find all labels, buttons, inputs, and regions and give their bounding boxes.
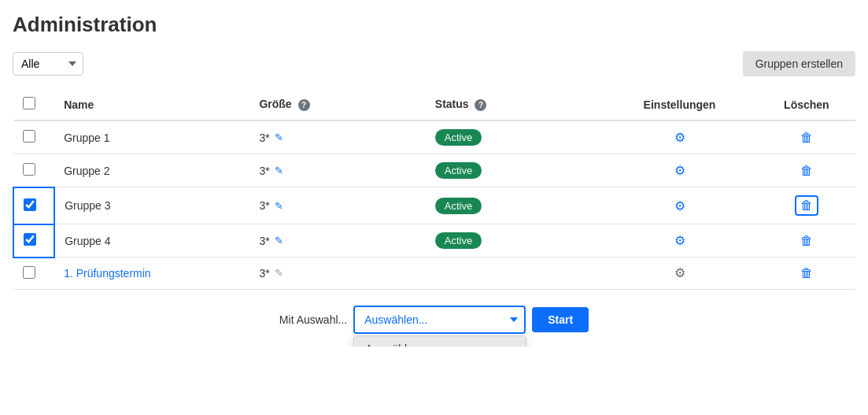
dropdown-item-select[interactable]: Auswählen... <box>354 336 526 346</box>
footer-action-bar: Mit Auswahl... Auswählen... Aktivieren D… <box>13 306 855 334</box>
row-size-3: 3* <box>259 199 269 212</box>
pencil-icon-5[interactable]: ✎ <box>275 267 283 279</box>
page-title: Administration <box>13 13 855 37</box>
pencil-icon-2[interactable]: ✎ <box>275 165 283 176</box>
row-size-5: 3* <box>259 267 269 280</box>
gear-icon-3[interactable]: ⚙ <box>674 199 685 213</box>
trash-icon-1[interactable]: 🗑 <box>800 131 813 144</box>
status-badge-2: Active <box>435 162 482 179</box>
header-delete: Löschen <box>758 89 855 120</box>
pencil-icon-3[interactable]: ✎ <box>275 200 283 212</box>
start-button[interactable]: Start <box>532 307 589 332</box>
row-name-3: Gruppe 3 <box>65 199 110 212</box>
row-checkbox-2[interactable] <box>23 163 35 176</box>
select-all-checkbox[interactable] <box>23 97 35 109</box>
footer-label: Mit Auswahl... <box>279 313 347 326</box>
action-select[interactable]: Auswählen... Aktivieren Deaktivieren Lös… <box>353 306 526 334</box>
gear-icon-5[interactable]: ⚙ <box>674 266 685 280</box>
header-name: Name <box>54 89 249 120</box>
row-checkbox-1[interactable] <box>23 130 35 143</box>
table-body: Gruppe 13*✎Active⚙🗑Gruppe 23*✎Active⚙🗑Gr… <box>13 120 855 289</box>
row-name-link-5[interactable]: 1. Prüfungstermin <box>64 267 151 280</box>
row-checkbox-5[interactable] <box>23 266 35 279</box>
header-size: Größe ? <box>249 89 425 120</box>
header-status: Status ? <box>426 89 601 120</box>
table-row: Gruppe 13*✎Active⚙🗑 <box>13 120 855 154</box>
dropdown-menu: Auswählen... Aktivieren Deaktivieren Lös… <box>353 335 526 346</box>
gear-icon-1[interactable]: ⚙ <box>674 131 685 144</box>
row-name-1: Gruppe 1 <box>64 132 109 144</box>
action-select-wrapper: Auswählen... Aktivieren Deaktivieren Lös… <box>353 306 526 334</box>
table-row: Gruppe 43*✎Active⚙🗑 <box>13 224 855 258</box>
row-size-1: 3* <box>259 132 269 144</box>
groups-table: Name Größe ? Status ? Einstellungen Lösc… <box>13 89 855 290</box>
pencil-icon-1[interactable]: ✎ <box>275 132 283 143</box>
gear-icon-4[interactable]: ⚙ <box>674 234 685 247</box>
trash-icon-3[interactable]: 🗑 <box>795 195 818 216</box>
size-help-icon[interactable]: ? <box>298 99 310 111</box>
row-size-2: 3* <box>259 165 269 177</box>
header-checkbox-col <box>13 89 54 120</box>
table-row: Gruppe 33*✎Active⚙🗑 <box>13 187 855 224</box>
trash-icon-2[interactable]: 🗑 <box>800 164 813 177</box>
row-checkbox-3[interactable] <box>24 198 36 211</box>
pencil-icon-4[interactable]: ✎ <box>275 235 283 246</box>
gear-icon-2[interactable]: ⚙ <box>674 164 685 177</box>
status-badge-3: Active <box>435 198 482 214</box>
filter-wrapper: Alle Aktiv Inaktiv <box>13 52 83 76</box>
table-row: 1. Prüfungstermin3*✎⚙🗑 <box>13 258 855 290</box>
table-row: Gruppe 23*✎Active⚙🗑 <box>13 154 855 187</box>
header-settings: Einstellungen <box>601 89 758 120</box>
status-badge-4: Active <box>435 232 482 249</box>
trash-icon-5[interactable]: 🗑 <box>800 266 813 280</box>
status-help-icon[interactable]: ? <box>475 99 486 111</box>
trash-icon-4[interactable]: 🗑 <box>800 234 813 247</box>
row-name-2: Gruppe 2 <box>64 165 109 177</box>
create-group-button[interactable]: Gruppen erstellen <box>743 51 855 76</box>
toolbar: Alle Aktiv Inaktiv Gruppen erstellen <box>13 51 855 76</box>
row-checkbox-4[interactable] <box>24 233 36 246</box>
table-header-row: Name Größe ? Status ? Einstellungen Lösc… <box>13 89 855 120</box>
row-name-4: Gruppe 4 <box>65 235 110 247</box>
row-size-4: 3* <box>259 235 269 247</box>
filter-select[interactable]: Alle Aktiv Inaktiv <box>13 52 83 76</box>
status-badge-1: Active <box>435 129 482 146</box>
